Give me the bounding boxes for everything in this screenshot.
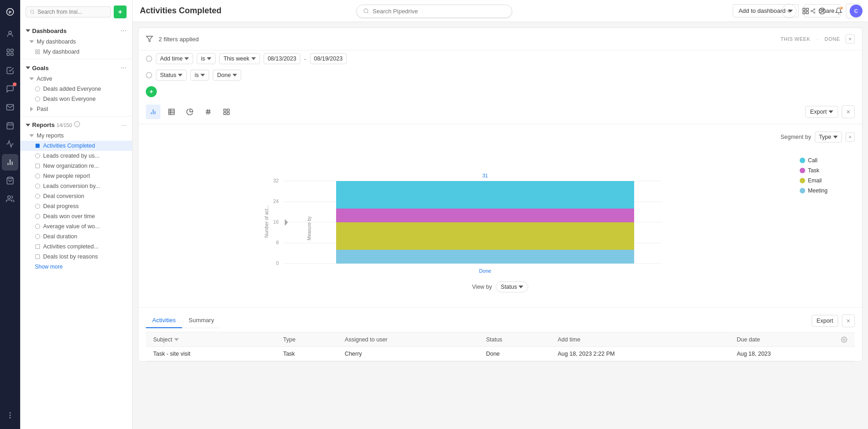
view-by-dropdown[interactable]: Status (496, 281, 528, 292)
svg-rect-50 (36, 255, 40, 259)
col-assigned: Assigned to user (339, 332, 481, 347)
sidebar-item-activities-completed-2[interactable]: Activities completed... (20, 242, 132, 252)
nav-icon-calendar[interactable] (2, 117, 18, 134)
nav-icon-mail[interactable] (2, 99, 18, 116)
table-close-button[interactable] (842, 314, 855, 327)
add-filter-button[interactable] (146, 86, 157, 97)
pipedrive-logo[interactable]: P (4, 6, 17, 18)
reports-info-button[interactable] (74, 121, 80, 129)
column-settings-icon[interactable] (841, 336, 847, 343)
report-icon-9 (35, 234, 40, 239)
svg-rect-83 (227, 109, 229, 111)
filter-operator-2[interactable]: is (190, 70, 209, 81)
sidebar-item-active[interactable]: Active (20, 74, 132, 84)
sidebar-item-deal-conversion[interactable]: Deal conversion (20, 191, 132, 201)
nav-icon-products[interactable] (2, 172, 18, 189)
nav-icon-insights[interactable] (2, 154, 18, 170)
sidebar-item-deals-won[interactable]: Deals won Everyone (20, 94, 132, 104)
sidebar-item-new-org[interactable]: New organization re... (20, 161, 132, 171)
goals-title[interactable]: Goals (26, 65, 49, 72)
reports-menu-button[interactable]: ··· (122, 121, 127, 128)
sidebar-item-my-dashboards[interactable]: My dashboards (20, 37, 132, 47)
svg-rect-105 (336, 222, 634, 250)
sidebar-item-deals-added[interactable]: Deals added Everyone (20, 84, 132, 94)
tab-activities[interactable]: Activities (146, 313, 182, 328)
sidebar-search[interactable] (26, 6, 111, 17)
dashboards-menu-button[interactable]: ··· (121, 27, 127, 35)
chart-type-grid[interactable] (219, 104, 234, 119)
table-export-button[interactable]: Export (812, 315, 838, 327)
apps-icon-button[interactable] (798, 4, 813, 18)
sidebar-item-deals-lost[interactable]: Deals lost by reasons (20, 252, 132, 262)
filter-field-add-time[interactable]: Add time (156, 53, 193, 64)
chart-export-button[interactable]: Export (805, 106, 838, 118)
notifications-icon-button[interactable] (831, 4, 846, 18)
sidebar-item-new-people[interactable]: New people report (20, 171, 132, 181)
svg-text:16: 16 (273, 219, 279, 225)
segment-close-button[interactable] (846, 132, 855, 142)
reports-title[interactable]: Reports (26, 121, 55, 128)
my-reports-chevron-icon (29, 133, 34, 138)
nav-icon-contacts[interactable] (2, 191, 18, 207)
table-tabs-row: Activities Summary Export (146, 313, 855, 328)
help-icon-button[interactable] (815, 4, 829, 18)
tab-summary[interactable]: Summary (182, 313, 221, 328)
goals-menu-button[interactable]: ··· (121, 64, 127, 72)
top-add-button[interactable] (782, 4, 796, 18)
nav-icon-projects[interactable] (2, 62, 18, 79)
sidebar-item-deal-duration[interactable]: Deal duration (20, 231, 132, 242)
sidebar-item-deal-progress[interactable]: Deal progress (20, 201, 132, 211)
nav-icon-messages[interactable] (2, 81, 18, 97)
sidebar-item-activities-completed[interactable]: Activities Completed (20, 141, 132, 151)
report-icon-8 (35, 224, 40, 229)
svg-text:Done: Done (479, 268, 491, 274)
svg-rect-4 (11, 49, 13, 51)
cell-status: Done (481, 347, 552, 361)
filter-field-status[interactable]: Status (156, 70, 187, 81)
sidebar-item-deals-won-over-time[interactable]: Deals won over time (20, 211, 132, 221)
sidebar-item-my-dashboard[interactable]: My dashboard (20, 47, 132, 57)
table-row: Task - site visit Task Cherry Done Aug 1… (146, 347, 855, 361)
user-avatar[interactable]: C (850, 5, 862, 17)
dropdown-arrow-icon-6 (232, 73, 237, 77)
svg-text:Measure by: Measure by (307, 216, 312, 240)
goal-icon-2 (35, 96, 40, 102)
global-search-input[interactable] (373, 8, 505, 15)
chart-close-button[interactable] (842, 105, 855, 118)
svg-point-18 (10, 418, 11, 418)
svg-rect-74 (169, 109, 174, 115)
filter-value-this-week[interactable]: This week (219, 53, 260, 64)
filter-date-to[interactable]: 08/19/2023 (310, 53, 347, 64)
filters-close-button[interactable] (846, 34, 855, 44)
svg-point-2 (9, 31, 11, 34)
sidebar-add-button[interactable] (114, 6, 127, 18)
nav-icon-leads[interactable] (2, 26, 18, 42)
nav-icon-deals[interactable] (2, 44, 18, 60)
plus-icon (149, 89, 154, 94)
filters-bar: 2 filters applied THIS WEEK · DONE (138, 28, 862, 50)
filter-radio-1[interactable] (146, 55, 152, 62)
global-search[interactable] (356, 5, 512, 18)
sidebar-item-avg-value[interactable]: Average value of wo... (20, 221, 132, 231)
report-icon-10 (35, 244, 40, 249)
chart-type-hash[interactable] (201, 104, 216, 119)
filter-operator-1[interactable]: is (197, 53, 216, 64)
sidebar-item-leads-conversion[interactable]: Leads conversion by... (20, 181, 132, 191)
chart-type-table[interactable] (164, 104, 179, 119)
chart-type-bar[interactable] (146, 104, 160, 119)
sidebar-search-input[interactable] (38, 9, 107, 15)
sidebar-item-past[interactable]: Past (20, 104, 132, 114)
segment-by-dropdown[interactable]: Type (815, 132, 842, 143)
dashboards-title[interactable]: Dashboards (26, 28, 66, 34)
filter-radio-2[interactable] (146, 72, 152, 78)
filter-value-done[interactable]: Done (213, 70, 241, 81)
nav-icon-activity[interactable] (2, 136, 18, 152)
sidebar-item-my-reports[interactable]: My reports (20, 131, 132, 141)
filter-date-from[interactable]: 08/13/2023 (264, 53, 301, 64)
chart-type-pie[interactable] (182, 104, 197, 119)
cell-add-time: Aug 18, 2023 2:22 PM (552, 347, 731, 361)
global-search-icon (363, 8, 369, 14)
show-more-button[interactable]: Show more (20, 262, 132, 272)
sidebar-item-leads-created[interactable]: Leads created by us... (20, 151, 132, 161)
nav-icon-more[interactable] (2, 407, 18, 424)
